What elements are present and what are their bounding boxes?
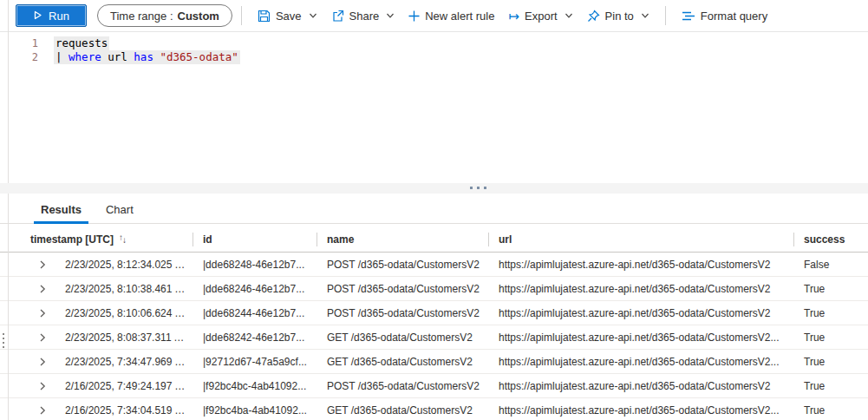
column-header-url[interactable]: url <box>488 226 793 252</box>
chevron-right-icon <box>38 406 47 415</box>
cell-url: https://apimlujatest.azure-api.net/d365-… <box>488 380 793 392</box>
editor-line[interactable]: 2 | where url has "d365-odata" <box>0 50 868 64</box>
cell-id: |dde68246-46e12b7... <box>193 283 317 295</box>
drag-dots-icon <box>470 187 486 189</box>
cell-name: POST /d365-odata/CustomersV2 <box>317 259 488 271</box>
table-row[interactable]: 2/23/2025, 8:10:38.461 AM |dde68246-46e1… <box>0 277 868 301</box>
plus-icon <box>408 10 420 22</box>
column-header-success[interactable]: success <box>793 226 868 252</box>
cell-url: https://apimlujatest.azure-api.net/d365-… <box>488 331 793 344</box>
tab-results[interactable]: Results <box>39 198 83 223</box>
cell-id: |f92bc4ba-4ab41092... <box>193 404 317 417</box>
cell-id: |dde68242-46e12b7... <box>193 331 317 344</box>
query-toolbar: Run Time range : Custom Save Share <box>0 0 868 32</box>
chevron-down-icon <box>309 11 317 20</box>
export-button[interactable]: ↦ Export <box>501 3 579 28</box>
cell-url: https://apimlujatest.azure-api.net/d365-… <box>488 259 793 271</box>
time-range-label: Time range : <box>110 10 173 23</box>
cell-timestamp: 2/23/2025, 8:10:06.624 AM <box>49 307 193 319</box>
cell-id: |92712d67-47a5a9cf... <box>193 356 317 368</box>
save-label: Save <box>276 10 302 23</box>
code-text: requests <box>54 36 109 50</box>
share-icon <box>331 10 344 23</box>
new-alert-rule-label: New alert rule <box>425 10 494 23</box>
cell-id: |dde68244-46e12b7... <box>193 307 317 319</box>
line-number: 1 <box>0 36 38 50</box>
table-header: timestamp [UTC] ↑↓ id name url success <box>0 226 868 253</box>
cell-name: GET /d365-odata/CustomersV2 <box>317 404 488 417</box>
table-row[interactable]: 2/23/2025, 8:10:06.624 AM |dde68244-46e1… <box>0 301 868 325</box>
run-button[interactable]: Run <box>16 4 87 27</box>
chevron-right-icon <box>38 285 47 293</box>
chevron-right-icon <box>38 333 47 342</box>
cell-name: GET /d365-odata/CustomersV2 <box>317 331 488 344</box>
cell-timestamp: 2/16/2025, 7:34:04.519 AM <box>49 404 193 417</box>
run-label: Run <box>49 10 69 23</box>
cell-success: True <box>793 356 868 368</box>
code-text: | where url has "d365-odata" <box>54 50 240 64</box>
tab-chart[interactable]: Chart <box>104 198 135 223</box>
chevron-down-icon <box>565 11 573 20</box>
cell-timestamp: 2/16/2025, 7:49:24.197 AM <box>49 380 193 392</box>
cell-success: True <box>793 283 868 295</box>
table-row[interactable]: 2/23/2025, 8:12:34.025 AM |dde68248-46e1… <box>0 253 868 277</box>
cell-name: GET /d365-odata/CustomersV2 <box>317 356 488 368</box>
cell-timestamp: 2/23/2025, 8:12:34.025 AM <box>49 259 193 271</box>
cell-timestamp: 2/23/2025, 8:08:37.311 AM <box>49 331 193 344</box>
format-query-label: Format query <box>701 10 767 23</box>
share-button[interactable]: Share <box>324 3 402 28</box>
cell-url: https://apimlujatest.azure-api.net/d365-… <box>488 356 793 368</box>
chevron-down-icon <box>641 11 649 20</box>
panel-left-border <box>8 0 9 420</box>
new-alert-rule-button[interactable]: New alert rule <box>401 3 501 28</box>
pin-to-label: Pin to <box>605 10 634 23</box>
save-button[interactable]: Save <box>251 3 324 28</box>
table-row[interactable]: 2/16/2025, 7:49:24.197 AM |f92bc4bc-4ab4… <box>0 374 868 398</box>
cell-success: True <box>793 331 868 344</box>
sort-icon[interactable]: ↑↓ <box>119 234 126 244</box>
chevron-right-icon <box>38 309 47 318</box>
column-header-id[interactable]: id <box>193 226 317 252</box>
chevron-right-icon <box>38 260 47 269</box>
time-range-value: Custom <box>178 10 219 23</box>
save-icon <box>258 10 271 23</box>
table-row[interactable]: 2/23/2025, 7:34:47.969 AM |92712d67-47a5… <box>0 350 868 374</box>
table-row[interactable]: 2/16/2025, 7:34:04.519 AM |f92bc4ba-4ab4… <box>0 398 868 420</box>
table-body: 2/23/2025, 8:12:34.025 AM |dde68248-46e1… <box>0 253 868 420</box>
panel-resize-handle[interactable] <box>0 183 868 194</box>
cell-name: POST /d365-odata/CustomersV2 <box>317 283 488 295</box>
results-tabbar: Results Chart <box>0 194 868 224</box>
table-row[interactable]: 2/23/2025, 8:08:37.311 AM |dde68242-46e1… <box>0 325 868 350</box>
toolbar-divider <box>665 6 666 25</box>
format-query-button[interactable]: Format query <box>675 3 774 28</box>
pin-icon <box>587 10 600 23</box>
cell-url: https://apimlujatest.azure-api.net/d365-… <box>488 283 793 295</box>
cell-timestamp: 2/23/2025, 8:10:38.461 AM <box>49 283 193 295</box>
cell-url: https://apimlujatest.azure-api.net/d365-… <box>488 307 793 319</box>
column-header-name[interactable]: name <box>317 226 488 252</box>
chevron-right-icon <box>38 382 47 390</box>
share-label: Share <box>349 10 380 23</box>
play-icon <box>33 10 42 23</box>
cell-success: True <box>793 307 868 319</box>
pin-to-button[interactable]: Pin to <box>580 3 656 28</box>
editor-line[interactable]: 1 requests <box>0 36 868 50</box>
cell-name: POST /d365-odata/CustomersV2 <box>317 380 488 392</box>
cell-id: |dde68248-46e12b7... <box>193 259 317 271</box>
query-editor[interactable]: 1 requests 2 | where url has "d365-odata… <box>0 32 868 183</box>
export-label: Export <box>525 10 558 23</box>
toolbar-divider <box>241 6 242 25</box>
format-query-icon <box>682 10 695 22</box>
column-header-timestamp[interactable]: timestamp [UTC] ↑↓ <box>0 226 193 252</box>
cell-success: True <box>793 404 868 417</box>
cell-success: False <box>793 259 868 271</box>
cell-url: https://apimlujatest.azure-api.net/d365-… <box>488 404 793 417</box>
export-icon: ↦ <box>508 10 519 23</box>
left-pane-splitter[interactable] <box>1 333 6 348</box>
cell-success: True <box>793 380 868 392</box>
cell-name: POST /d365-odata/CustomersV2 <box>317 307 488 319</box>
time-range-picker[interactable]: Time range : Custom <box>97 4 232 27</box>
cell-id: |f92bc4bc-4ab41092... <box>193 380 317 392</box>
chevron-down-icon <box>386 11 395 20</box>
chevron-right-icon <box>38 358 47 366</box>
